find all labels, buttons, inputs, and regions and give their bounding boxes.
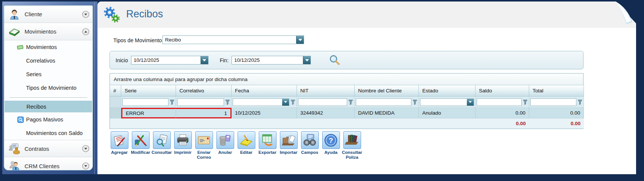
cell-nit[interactable]: 32449342 — [297, 108, 355, 118]
grid-totals-row: 0.00 0.00 — [110, 118, 584, 129]
app-window: Cliente Movimientos — [0, 0, 644, 181]
sidebar-group-crm-clientes[interactable]: CRM Clientes — [4, 157, 93, 170]
sidebar: Cliente Movimientos — [4, 5, 93, 170]
fin-label: Fin: — [220, 57, 229, 63]
sidebar-group-cliente[interactable]: Cliente — [4, 6, 93, 23]
filter-input-nombre[interactable] — [356, 98, 411, 106]
campos-button[interactable] — [301, 131, 319, 149]
column-header-fecha[interactable]: Fecha — [232, 85, 297, 97]
filter-input-correlativo[interactable] — [177, 98, 224, 106]
tipos-de-movimiento-select[interactable]: Recibo — [162, 35, 304, 44]
cell-serie-error-highlight[interactable]: ERROR — [121, 108, 176, 118]
consultar-button[interactable] — [153, 131, 171, 149]
chevron-down-icon[interactable] — [303, 56, 310, 64]
chevron-down-icon[interactable] — [296, 36, 304, 44]
filter-funnel-icon[interactable] — [348, 100, 353, 105]
sidebar-item-label: Recibos — [26, 104, 46, 110]
exportar-button[interactable] — [259, 131, 276, 149]
fin-date-value: 10/12/2025 — [232, 56, 303, 64]
filter-funnel-icon[interactable] — [225, 100, 230, 105]
filter-funnel-icon[interactable] — [290, 100, 295, 105]
column-header-nit[interactable]: NIT — [297, 85, 355, 97]
sidebar-item-correlativos[interactable]: Correlativos — [4, 54, 93, 67]
column-header-estado[interactable]: Estado — [419, 85, 476, 97]
cell-correlativo-error-highlight[interactable]: 1 — [176, 108, 232, 118]
sidebar-item-pagos-masivos[interactable]: Pagos Masivos — [4, 113, 93, 126]
chevron-down-icon[interactable] — [82, 11, 90, 18]
inicio-date-select[interactable]: 10/12/2025 — [131, 56, 208, 64]
search-button[interactable] — [328, 54, 341, 67]
cell-saldo[interactable]: 0.00 — [476, 108, 529, 118]
cell-total[interactable]: 0.00 — [529, 108, 584, 118]
sidebar-group-movimientos[interactable]: Movimientos — [4, 23, 93, 40]
filter-input-nit[interactable] — [298, 98, 347, 106]
cell-estado[interactable]: Anulado — [419, 108, 476, 118]
toolbar-col: Editar — [236, 131, 257, 160]
imprimir-button[interactable] — [174, 131, 192, 149]
enviar-correo-button[interactable] — [195, 131, 213, 149]
sidebar-divider — [9, 97, 87, 98]
toolbar-col: Anular — [215, 131, 236, 160]
envelope-icon — [197, 133, 211, 147]
chevron-down-icon[interactable] — [467, 99, 474, 106]
modificar-button[interactable] — [132, 131, 150, 149]
cell-nombre[interactable]: DAVID MEDIDA — [355, 108, 419, 118]
filter-select-estado[interactable] — [420, 98, 474, 106]
filter-funnel-icon[interactable] — [523, 100, 528, 105]
toolbar-col: Exportar — [257, 131, 278, 160]
sidebar-item-label: Tipos de Movimiento — [26, 85, 76, 91]
tipos-de-movimiento-value: Recibo — [163, 36, 296, 44]
sidebar-group-label: Cliente — [25, 11, 42, 17]
filter-input-saldo[interactable] — [477, 98, 522, 106]
filter-cell-rownum — [110, 97, 121, 108]
fin-date-select[interactable]: 10/12/2025 — [232, 56, 311, 64]
books-icon — [345, 133, 359, 147]
magnifier-tile-icon — [15, 117, 25, 123]
toolbar-col: Campos — [299, 131, 320, 160]
anular-button[interactable] — [216, 131, 234, 149]
column-header-correlativo[interactable]: Correlativo — [176, 85, 232, 97]
toolbar-col: Enviar Correo — [193, 131, 215, 160]
sidebar-group-label: Movimientos — [25, 28, 56, 35]
column-header-serie[interactable]: Serie — [121, 85, 176, 97]
agregar-button[interactable] — [111, 131, 128, 149]
sidebar-group-label: CRM Clientes — [25, 163, 60, 169]
grid-filter-row — [110, 97, 584, 108]
chevron-up-icon[interactable] — [82, 28, 90, 35]
cell-fecha[interactable]: 10/12/2025 — [232, 108, 297, 118]
consult-icon — [154, 133, 169, 147]
filter-select-fecha[interactable] — [233, 98, 289, 106]
filter-input-total[interactable] — [530, 98, 576, 106]
sidebar-item-tipos-de-movimiento[interactable]: Tipos de Movimiento — [4, 81, 93, 95]
editar-button[interactable] — [238, 131, 255, 149]
filter-cell-fecha — [232, 97, 297, 108]
help-icon: ? — [323, 133, 338, 148]
filter-funnel-icon[interactable] — [578, 100, 582, 105]
chevron-down-icon[interactable] — [82, 162, 90, 170]
sidebar-item-movimientos-con-saldo[interactable]: Movimientos con Saldo — [4, 126, 93, 140]
crm-clients-icon — [8, 160, 21, 170]
filter-funnel-icon[interactable] — [170, 100, 175, 105]
chevron-down-icon[interactable] — [82, 145, 90, 152]
column-header-saldo[interactable]: Saldo — [476, 85, 529, 97]
sidebar-group-contratos[interactable]: Contratos — [4, 140, 93, 157]
date-filter-panel: Inicio 10/12/2025 Fin: 10/12/2025 — [110, 51, 584, 69]
column-header-rownum[interactable]: # — [110, 85, 121, 97]
import-icon — [281, 133, 296, 147]
sidebar-item-movimientos[interactable]: Movimientos — [4, 40, 93, 54]
inicio-date-value: 10/12/2025 — [131, 56, 201, 64]
ayuda-button[interactable]: ? — [322, 131, 340, 149]
column-header-nombre[interactable]: Nombre del Cliente — [355, 85, 419, 97]
chevron-down-icon[interactable] — [201, 56, 208, 64]
sidebar-item-recibos-selected[interactable]: Recibos — [5, 101, 92, 112]
filter-funnel-icon[interactable] — [412, 100, 417, 105]
consultar-poliza-button[interactable] — [343, 131, 361, 149]
filter-input-serie[interactable] — [122, 98, 168, 106]
chevron-down-icon[interactable] — [282, 99, 289, 106]
table-row[interactable]: ERROR 1 10/12/2025 32449342 DAVID MEDIDA… — [110, 108, 584, 118]
column-header-total[interactable]: Total — [529, 85, 584, 97]
group-by-bar[interactable]: Arrastre una columna aquí para agrupar p… — [110, 74, 583, 85]
importar-button[interactable] — [280, 131, 298, 149]
sidebar-item-series[interactable]: Series — [4, 67, 93, 81]
inicio-label: Inicio — [116, 57, 128, 63]
